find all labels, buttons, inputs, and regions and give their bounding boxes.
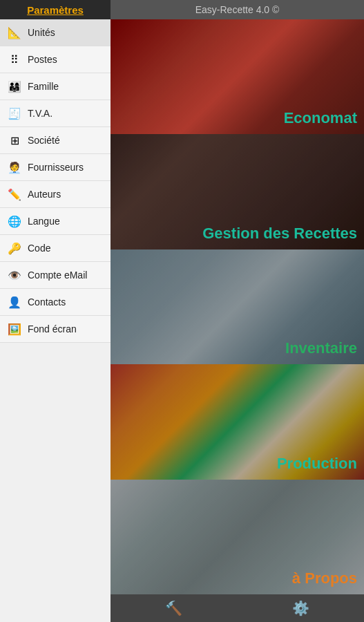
sidebar-item-tva[interactable]: 🧾 T.V.A. <box>0 100 111 127</box>
sidebar-item-auteurs[interactable]: ✏️ Auteurs <box>0 181 111 208</box>
sidebar-icon-postes: ⠿ <box>7 52 22 67</box>
sidebar-item-fournisseurs[interactable]: 🧑‍💼 Fournisseurs <box>0 154 111 181</box>
header: Paramètres Easy-Recette 4.0 © <box>0 0 364 19</box>
sidebar-label-fournisseurs: Fournisseurs <box>28 162 84 173</box>
sidebar: 📐 Unités ⠿ Postes 👨‍👩‍👧 Famille 🧾 T.V.A.… <box>0 19 111 622</box>
tile-label-economat: Economat <box>284 109 357 127</box>
tile-label-production: Production <box>277 455 357 473</box>
tile-economat[interactable]: Economat <box>111 19 364 134</box>
tile-label-a-propos: à Propos <box>292 569 357 587</box>
sidebar-label-famille: Famille <box>28 81 59 92</box>
tile-label-gestion-recettes: Gestion des Recettes <box>202 225 357 243</box>
header-title-left[interactable]: Paramètres <box>0 0 111 19</box>
sidebar-label-fond-ecran: Fond écran <box>28 323 77 334</box>
sidebar-item-compte-email[interactable]: 👁️ Compte eMail <box>0 262 111 289</box>
app-title: Easy-Recette 4.0 © <box>195 4 280 15</box>
sidebar-item-famille[interactable]: 👨‍👩‍👧 Famille <box>0 73 111 100</box>
tile-inventaire[interactable]: Inventaire <box>111 249 364 364</box>
bottom-tool-icon[interactable]: 🔨 <box>165 600 182 616</box>
sidebar-label-societe: Société <box>28 135 60 146</box>
sidebar-label-tva: T.V.A. <box>28 108 52 119</box>
tile-gestion-recettes[interactable]: Gestion des Recettes <box>111 134 364 249</box>
parametres-title: Paramètres <box>27 4 84 16</box>
sidebar-label-contacts: Contacts <box>28 296 66 308</box>
sidebar-icon-code: 🔑 <box>7 241 22 256</box>
sidebar-label-code: Code <box>28 243 50 254</box>
sidebar-label-langue: Langue <box>28 216 60 227</box>
sidebar-label-postes: Postes <box>28 54 57 65</box>
sidebar-icon-famille: 👨‍👩‍👧 <box>7 79 22 94</box>
sidebar-item-langue[interactable]: 🌐 Langue <box>0 208 111 235</box>
sidebar-item-unites[interactable]: 📐 Unités <box>0 19 111 46</box>
sidebar-icon-langue: 🌐 <box>7 214 22 229</box>
sidebar-label-auteurs: Auteurs <box>28 189 61 200</box>
header-title-right: Easy-Recette 4.0 © <box>111 0 364 19</box>
sidebar-item-contacts[interactable]: 👤 Contacts <box>0 289 111 316</box>
sidebar-item-postes[interactable]: ⠿ Postes <box>0 46 111 73</box>
main-content: Economat Gestion des Recettes Inventaire… <box>111 19 364 594</box>
sidebar-item-fond-ecran[interactable]: 🖼️ Fond écran <box>0 316 111 343</box>
sidebar-item-code[interactable]: 🔑 Code <box>0 235 111 262</box>
sidebar-icon-contacts: 👤 <box>7 294 22 310</box>
sidebar-item-societe[interactable]: ⊞ Société <box>0 127 111 154</box>
sidebar-icon-fournisseurs: 🧑‍💼 <box>7 160 22 175</box>
bottom-settings-icon[interactable]: ⚙️ <box>292 600 309 616</box>
sidebar-icon-societe: ⊞ <box>7 133 22 148</box>
tile-label-inventaire: Inventaire <box>285 339 357 357</box>
sidebar-label-compte-email: Compte eMail <box>28 270 87 281</box>
bottom-bar: 🔨 ⚙️ <box>111 594 364 622</box>
sidebar-icon-compte-email: 👁️ <box>7 267 22 283</box>
tile-production[interactable]: Production <box>111 364 364 479</box>
sidebar-icon-fond-ecran: 🖼️ <box>7 321 22 337</box>
sidebar-icon-auteurs: ✏️ <box>7 187 22 202</box>
sidebar-label-unites: Unités <box>28 27 55 38</box>
sidebar-icon-tva: 🧾 <box>7 106 22 121</box>
tile-a-propos[interactable]: à Propos <box>111 480 364 594</box>
sidebar-icon-unites: 📐 <box>7 25 22 40</box>
